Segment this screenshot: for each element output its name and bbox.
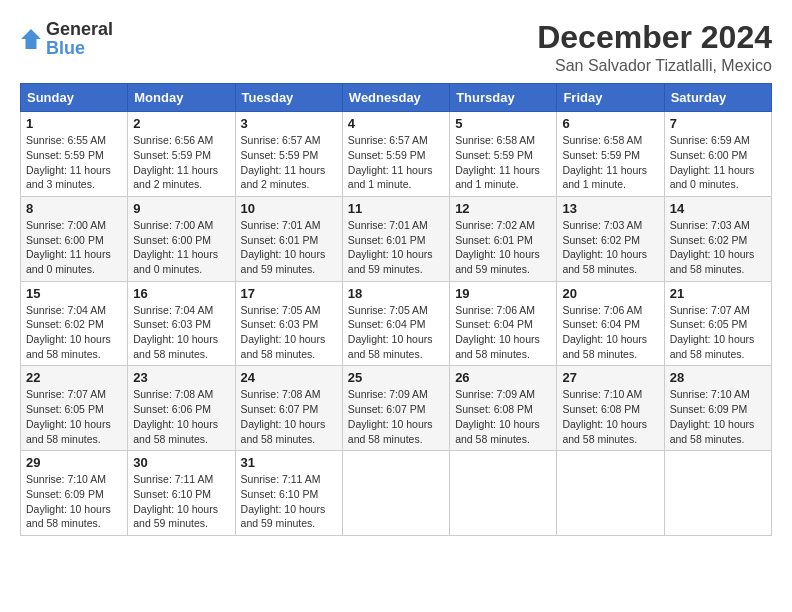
calendar-header-row: Sunday Monday Tuesday Wednesday Thursday… xyxy=(21,84,772,112)
calendar-cell: 19Sunrise: 7:06 AM Sunset: 6:04 PM Dayli… xyxy=(450,281,557,366)
day-number: 27 xyxy=(562,370,658,385)
day-info: Sunrise: 7:04 AM Sunset: 6:03 PM Dayligh… xyxy=(133,303,229,362)
calendar-cell: 3Sunrise: 6:57 AM Sunset: 5:59 PM Daylig… xyxy=(235,112,342,197)
day-info: Sunrise: 7:10 AM Sunset: 6:09 PM Dayligh… xyxy=(670,387,766,446)
day-number: 21 xyxy=(670,286,766,301)
day-info: Sunrise: 6:56 AM Sunset: 5:59 PM Dayligh… xyxy=(133,133,229,192)
day-info: Sunrise: 7:00 AM Sunset: 6:00 PM Dayligh… xyxy=(133,218,229,277)
calendar-week-row: 1Sunrise: 6:55 AM Sunset: 5:59 PM Daylig… xyxy=(21,112,772,197)
day-info: Sunrise: 7:07 AM Sunset: 6:05 PM Dayligh… xyxy=(670,303,766,362)
month-title: December 2024 xyxy=(537,20,772,55)
day-number: 12 xyxy=(455,201,551,216)
title-area: December 2024 San Salvador Tizatlalli, M… xyxy=(537,20,772,75)
day-number: 16 xyxy=(133,286,229,301)
day-info: Sunrise: 7:10 AM Sunset: 6:08 PM Dayligh… xyxy=(562,387,658,446)
day-info: Sunrise: 6:57 AM Sunset: 5:59 PM Dayligh… xyxy=(241,133,337,192)
day-info: Sunrise: 7:01 AM Sunset: 6:01 PM Dayligh… xyxy=(241,218,337,277)
col-thursday: Thursday xyxy=(450,84,557,112)
day-number: 3 xyxy=(241,116,337,131)
day-info: Sunrise: 7:03 AM Sunset: 6:02 PM Dayligh… xyxy=(670,218,766,277)
day-number: 30 xyxy=(133,455,229,470)
calendar-table: Sunday Monday Tuesday Wednesday Thursday… xyxy=(20,83,772,536)
logo: General Blue xyxy=(20,20,113,58)
day-number: 7 xyxy=(670,116,766,131)
day-number: 5 xyxy=(455,116,551,131)
day-number: 14 xyxy=(670,201,766,216)
calendar-cell: 30Sunrise: 7:11 AM Sunset: 6:10 PM Dayli… xyxy=(128,451,235,536)
day-info: Sunrise: 6:58 AM Sunset: 5:59 PM Dayligh… xyxy=(562,133,658,192)
day-info: Sunrise: 7:04 AM Sunset: 6:02 PM Dayligh… xyxy=(26,303,122,362)
calendar-cell: 8Sunrise: 7:00 AM Sunset: 6:00 PM Daylig… xyxy=(21,196,128,281)
day-number: 25 xyxy=(348,370,444,385)
calendar-cell: 13Sunrise: 7:03 AM Sunset: 6:02 PM Dayli… xyxy=(557,196,664,281)
calendar-cell: 1Sunrise: 6:55 AM Sunset: 5:59 PM Daylig… xyxy=(21,112,128,197)
calendar-cell xyxy=(450,451,557,536)
calendar-cell: 24Sunrise: 7:08 AM Sunset: 6:07 PM Dayli… xyxy=(235,366,342,451)
page-header: General Blue December 2024 San Salvador … xyxy=(20,20,772,75)
calendar-cell: 12Sunrise: 7:02 AM Sunset: 6:01 PM Dayli… xyxy=(450,196,557,281)
day-number: 10 xyxy=(241,201,337,216)
day-info: Sunrise: 7:03 AM Sunset: 6:02 PM Dayligh… xyxy=(562,218,658,277)
day-number: 29 xyxy=(26,455,122,470)
calendar-cell: 4Sunrise: 6:57 AM Sunset: 5:59 PM Daylig… xyxy=(342,112,449,197)
day-info: Sunrise: 7:02 AM Sunset: 6:01 PM Dayligh… xyxy=(455,218,551,277)
day-number: 13 xyxy=(562,201,658,216)
col-monday: Monday xyxy=(128,84,235,112)
day-number: 31 xyxy=(241,455,337,470)
day-info: Sunrise: 7:08 AM Sunset: 6:06 PM Dayligh… xyxy=(133,387,229,446)
calendar-cell: 5Sunrise: 6:58 AM Sunset: 5:59 PM Daylig… xyxy=(450,112,557,197)
day-number: 15 xyxy=(26,286,122,301)
calendar-cell: 27Sunrise: 7:10 AM Sunset: 6:08 PM Dayli… xyxy=(557,366,664,451)
col-wednesday: Wednesday xyxy=(342,84,449,112)
calendar-cell: 16Sunrise: 7:04 AM Sunset: 6:03 PM Dayli… xyxy=(128,281,235,366)
calendar-cell: 9Sunrise: 7:00 AM Sunset: 6:00 PM Daylig… xyxy=(128,196,235,281)
day-number: 4 xyxy=(348,116,444,131)
day-info: Sunrise: 6:58 AM Sunset: 5:59 PM Dayligh… xyxy=(455,133,551,192)
day-number: 11 xyxy=(348,201,444,216)
calendar-cell: 17Sunrise: 7:05 AM Sunset: 6:03 PM Dayli… xyxy=(235,281,342,366)
calendar-cell: 11Sunrise: 7:01 AM Sunset: 6:01 PM Dayli… xyxy=(342,196,449,281)
location-title: San Salvador Tizatlalli, Mexico xyxy=(537,57,772,75)
calendar-cell: 20Sunrise: 7:06 AM Sunset: 6:04 PM Dayli… xyxy=(557,281,664,366)
day-number: 18 xyxy=(348,286,444,301)
day-info: Sunrise: 7:11 AM Sunset: 6:10 PM Dayligh… xyxy=(133,472,229,531)
day-number: 20 xyxy=(562,286,658,301)
calendar-week-row: 15Sunrise: 7:04 AM Sunset: 6:02 PM Dayli… xyxy=(21,281,772,366)
day-number: 8 xyxy=(26,201,122,216)
svg-marker-0 xyxy=(21,29,41,49)
day-info: Sunrise: 7:01 AM Sunset: 6:01 PM Dayligh… xyxy=(348,218,444,277)
day-info: Sunrise: 6:57 AM Sunset: 5:59 PM Dayligh… xyxy=(348,133,444,192)
calendar-cell: 22Sunrise: 7:07 AM Sunset: 6:05 PM Dayli… xyxy=(21,366,128,451)
day-info: Sunrise: 7:08 AM Sunset: 6:07 PM Dayligh… xyxy=(241,387,337,446)
day-number: 28 xyxy=(670,370,766,385)
logo-blue: Blue xyxy=(46,39,113,58)
day-info: Sunrise: 6:59 AM Sunset: 6:00 PM Dayligh… xyxy=(670,133,766,192)
day-number: 24 xyxy=(241,370,337,385)
day-number: 2 xyxy=(133,116,229,131)
col-saturday: Saturday xyxy=(664,84,771,112)
calendar-cell: 6Sunrise: 6:58 AM Sunset: 5:59 PM Daylig… xyxy=(557,112,664,197)
calendar-week-row: 22Sunrise: 7:07 AM Sunset: 6:05 PM Dayli… xyxy=(21,366,772,451)
day-info: Sunrise: 7:07 AM Sunset: 6:05 PM Dayligh… xyxy=(26,387,122,446)
calendar-cell: 7Sunrise: 6:59 AM Sunset: 6:00 PM Daylig… xyxy=(664,112,771,197)
day-number: 23 xyxy=(133,370,229,385)
calendar-week-row: 29Sunrise: 7:10 AM Sunset: 6:09 PM Dayli… xyxy=(21,451,772,536)
calendar-cell: 14Sunrise: 7:03 AM Sunset: 6:02 PM Dayli… xyxy=(664,196,771,281)
day-info: Sunrise: 7:06 AM Sunset: 6:04 PM Dayligh… xyxy=(455,303,551,362)
day-number: 26 xyxy=(455,370,551,385)
calendar-cell: 21Sunrise: 7:07 AM Sunset: 6:05 PM Dayli… xyxy=(664,281,771,366)
logo-general: General xyxy=(46,20,113,39)
calendar-cell: 15Sunrise: 7:04 AM Sunset: 6:02 PM Dayli… xyxy=(21,281,128,366)
day-number: 19 xyxy=(455,286,551,301)
day-number: 9 xyxy=(133,201,229,216)
day-info: Sunrise: 7:00 AM Sunset: 6:00 PM Dayligh… xyxy=(26,218,122,277)
calendar-cell: 26Sunrise: 7:09 AM Sunset: 6:08 PM Dayli… xyxy=(450,366,557,451)
calendar-cell: 23Sunrise: 7:08 AM Sunset: 6:06 PM Dayli… xyxy=(128,366,235,451)
day-info: Sunrise: 7:09 AM Sunset: 6:08 PM Dayligh… xyxy=(455,387,551,446)
day-info: Sunrise: 7:05 AM Sunset: 6:04 PM Dayligh… xyxy=(348,303,444,362)
day-info: Sunrise: 7:05 AM Sunset: 6:03 PM Dayligh… xyxy=(241,303,337,362)
calendar-cell: 10Sunrise: 7:01 AM Sunset: 6:01 PM Dayli… xyxy=(235,196,342,281)
day-info: Sunrise: 7:10 AM Sunset: 6:09 PM Dayligh… xyxy=(26,472,122,531)
calendar-cell xyxy=(557,451,664,536)
calendar-cell: 28Sunrise: 7:10 AM Sunset: 6:09 PM Dayli… xyxy=(664,366,771,451)
